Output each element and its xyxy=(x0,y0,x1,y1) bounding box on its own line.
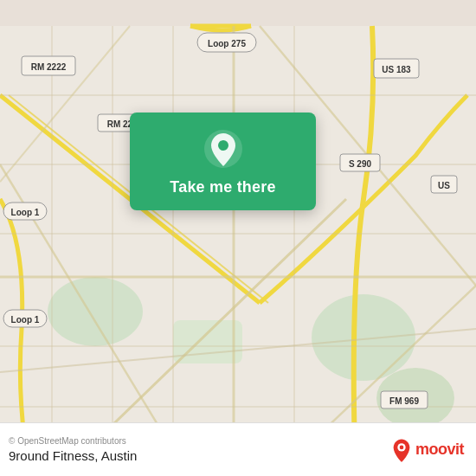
moovit-logo: moovit xyxy=(389,438,464,462)
moovit-brand-text: moovit xyxy=(415,441,464,459)
take-me-button[interactable]: Take me there xyxy=(170,178,275,196)
svg-text:US 183: US 183 xyxy=(382,65,411,74)
svg-text:US: US xyxy=(438,181,450,190)
svg-text:FM 969: FM 969 xyxy=(389,396,419,406)
location-pin-icon xyxy=(203,128,244,170)
svg-point-1 xyxy=(48,277,143,346)
svg-text:Loop 1: Loop 1 xyxy=(11,208,40,217)
svg-text:Loop 1: Loop 1 xyxy=(11,315,40,325)
place-name: 9round Fitness, Austin xyxy=(9,448,137,463)
moovit-pin-icon xyxy=(389,438,414,462)
take-me-card[interactable]: Take me there xyxy=(130,113,316,210)
svg-text:Loop 275: Loop 275 xyxy=(208,39,246,48)
bottom-bar: © OpenStreetMap contributors 9round Fitn… xyxy=(0,422,476,476)
svg-point-46 xyxy=(218,140,228,151)
svg-point-2 xyxy=(312,294,415,381)
map-container: RM 2222 Loop 275 US 183 RM 2222 S 290 Lo… xyxy=(0,0,476,476)
bottom-info: © OpenStreetMap contributors 9round Fitn… xyxy=(9,436,137,463)
map-background: RM 2222 Loop 275 US 183 RM 2222 S 290 Lo… xyxy=(0,0,476,476)
svg-point-48 xyxy=(400,445,404,449)
svg-text:RM 2222: RM 2222 xyxy=(31,62,67,72)
map-attribution: © OpenStreetMap contributors xyxy=(9,436,137,446)
svg-text:S 290: S 290 xyxy=(349,159,372,169)
